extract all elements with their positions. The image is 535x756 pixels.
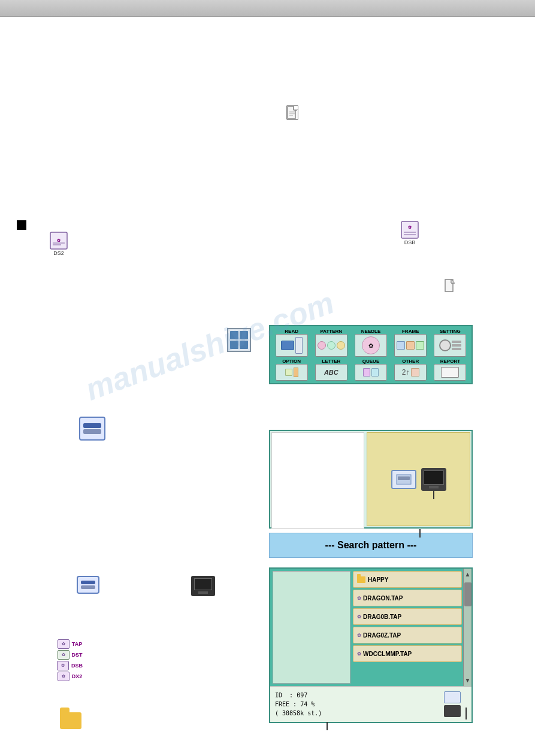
filename: WDCCLMMP.TAP — [363, 651, 412, 657]
preview-area — [269, 430, 473, 529]
search-pattern-bar[interactable]: --- Search pattern --- — [269, 533, 473, 558]
id-line: ID : 097 — [275, 692, 307, 699]
file-list: HAPPY ✿ DRAGON.TAP ✿ DRAG0B.TAP ✿ DRAG0Z… — [352, 569, 463, 686]
preview-usb-icon[interactable] — [391, 470, 416, 489]
folder-icon-small — [357, 576, 365, 583]
needle-label: NEEDLE — [361, 329, 380, 334]
scrollbar[interactable]: ▲ ▼ — [463, 569, 471, 686]
scroll-thumb[interactable] — [464, 582, 471, 606]
option-label: OPTION — [282, 359, 301, 364]
ds2-label: DS2 — [53, 250, 64, 256]
list-item[interactable]: ✿ DRAGON.TAP — [353, 590, 462, 606]
setting-label: SETTING — [440, 329, 461, 334]
status-usb-icon[interactable] — [444, 691, 461, 703]
size-line: ( 30858k st.) — [275, 710, 322, 716]
bullet-square — [17, 220, 26, 230]
list-item[interactable]: ✿ DRAG0B.TAP — [353, 608, 462, 625]
svg-rect-16 — [398, 476, 410, 480]
other-label: OTHER — [402, 359, 419, 364]
svg-marker-1 — [294, 107, 297, 110]
panel-frame[interactable]: FRAME — [392, 329, 430, 357]
format-icons-stack: ✿ TAP ✿ DST ✿ DSB ✿ DX2 — [57, 639, 83, 681]
status-monitor-icon[interactable] — [444, 705, 461, 717]
frame-label: FRAME — [402, 329, 419, 334]
svg-rect-0 — [288, 107, 295, 119]
usb-icon-bottom[interactable] — [77, 576, 99, 594]
search-pattern-label: --- Search pattern --- — [325, 540, 417, 551]
usb-drive-icon-left[interactable] — [79, 417, 105, 441]
preview-canvas — [271, 432, 364, 529]
free-line: FREE : 74 % — [275, 701, 315, 708]
arrow-line — [433, 491, 434, 499]
vertical-arrow-filelist — [327, 722, 328, 730]
filename: DRAG0Z.TAP — [363, 632, 401, 639]
filename: HAPPY — [368, 576, 388, 583]
panel-option[interactable]: OPTION — [273, 359, 310, 381]
list-item[interactable]: HAPPY — [353, 571, 462, 588]
icon-dsb[interactable]: ✿ DSB — [400, 220, 419, 245]
status-arrow — [466, 708, 467, 719]
tap-icon-3: ✿ — [357, 633, 361, 638]
panel-report[interactable]: REPORT — [431, 359, 469, 381]
page-icon-right — [445, 279, 457, 295]
main-panel: READ PATTERN NEEDLE — [269, 325, 473, 384]
tap-icon-2: ✿ — [357, 614, 361, 620]
list-item[interactable]: ✿ DRAG0Z.TAP — [353, 627, 462, 643]
folder-icon-bottom[interactable] — [60, 712, 81, 729]
list-item[interactable]: ✿ WDCCLMMP.TAP — [353, 645, 462, 662]
preview-right-panel — [367, 432, 470, 526]
main-content: manualshive.com ✿ DS2 ✿ — [0, 17, 535, 756]
status-text: ID : 097 FREE : 74 % ( 30858k st.) — [275, 691, 322, 718]
icon-ds2[interactable]: ✿ DS2 — [49, 231, 68, 256]
read-label: READ — [285, 329, 298, 334]
tap-item-dx2[interactable]: ✿ DX2 — [58, 672, 83, 681]
scroll-down[interactable]: ▼ — [465, 677, 471, 684]
status-icons — [444, 691, 461, 717]
filename: DRAGON.TAP — [363, 595, 403, 602]
tap-item-dsb[interactable]: ✿ DSB — [57, 661, 83, 670]
panel-read[interactable]: READ — [273, 329, 310, 357]
letter-label: LETTER — [322, 359, 340, 364]
filename: DRAG0B.TAP — [363, 614, 401, 620]
svg-text:✿: ✿ — [408, 225, 412, 229]
panel-queue[interactable]: QUEUE — [352, 359, 389, 381]
monitor-icon-bottom[interactable] — [191, 576, 215, 596]
dsb-label: DSB — [404, 239, 416, 245]
pattern-label: PATTERN — [321, 329, 343, 334]
queue-label: QUEUE — [362, 359, 379, 364]
tap-item-1[interactable]: ✿ TAP — [58, 639, 82, 649]
tap-item-dst[interactable]: ✿ DST — [58, 650, 83, 660]
scroll-up[interactable]: ▲ — [465, 571, 471, 578]
preview-monitor-icon[interactable] — [421, 468, 446, 491]
panel-letter[interactable]: LETTER ABC — [312, 359, 350, 381]
panel-needle[interactable]: NEEDLE ✿ — [352, 329, 389, 357]
panel-other[interactable]: OTHER 2↑ — [392, 359, 430, 381]
svg-rect-9 — [401, 221, 418, 238]
svg-text:✿: ✿ — [57, 238, 61, 242]
page-icon-top — [286, 105, 298, 120]
panel-setting[interactable]: SETTING — [431, 329, 469, 357]
status-bar: ID : 097 FREE : 74 % ( 30858k st.) — [270, 686, 471, 722]
vertical-arrow-preview — [419, 529, 421, 538]
report-label: REPORT — [440, 359, 460, 364]
file-list-panel: HAPPY ✿ DRAGON.TAP ✿ DRAG0B.TAP ✿ DRAG0Z… — [269, 567, 473, 723]
file-preview-area — [273, 571, 350, 684]
tap-icon-1: ✿ — [357, 596, 361, 601]
grid-icon[interactable] — [227, 328, 251, 352]
panel-pattern[interactable]: PATTERN — [312, 329, 350, 357]
top-bar — [0, 0, 535, 17]
tap-icon-4: ✿ — [357, 651, 361, 657]
